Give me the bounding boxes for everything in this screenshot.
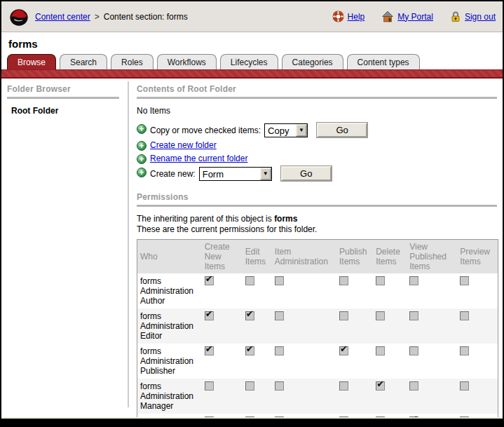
permission-cell [407,273,457,309]
breadcrumb: Content center > Content section: forms [35,12,188,22]
checkbox-unchecked-icon [339,381,348,391]
folder-browser-panel: Folder Browser Root Folder [1,79,126,116]
checkbox-unchecked-icon [275,346,284,355]
permissions-heading: Permissions [137,192,497,202]
checkbox-checked-icon [205,346,214,355]
permissions-section: Permissions The inheriting parent of thi… [137,192,497,427]
copy-move-select[interactable]: Copy ▼ [264,123,308,137]
permission-cell [243,309,272,344]
tab-search[interactable]: Search [60,54,107,69]
help-link[interactable]: Help [332,11,365,22]
permission-cell [243,273,272,309]
my-portal-link[interactable]: My Portal [381,11,433,22]
permission-row-who: forms Administration Author [137,273,202,309]
house-icon [381,11,394,22]
column-header: Preview Items [457,240,498,274]
rename-current-folder-link[interactable]: Rename the current folder [150,154,247,163]
permission-cell [407,379,457,414]
permission-cell [336,379,373,414]
create-folder-row: + Create new folder [137,140,497,151]
inherit-parent-name: forms [274,214,297,224]
redhat-shadowman-logo-icon [8,6,29,27]
column-header: Publish Items [336,240,373,274]
no-items-text: No Items [137,106,497,116]
permission-row: forms Administration Publisher [137,344,498,379]
tab-browse[interactable]: Browse [7,54,56,69]
permission-cell [243,379,272,414]
inherit-parent-prefix: The inheriting parent of this object is [137,214,272,224]
sign-out-link[interactable]: Sign out [450,11,496,22]
permission-cell [457,309,498,344]
plus-icon: + [137,124,147,134]
permission-cell [272,344,336,379]
copy-move-select-value: Copy [265,124,293,137]
checkbox-checked-icon [245,346,254,355]
copy-move-label: Copy or move checked items: [150,126,261,135]
plus-icon: + [137,168,147,177]
tab-bar: BrowseSearchRolesWorkflowsLifecyclesCate… [7,54,503,69]
column-header: Edit Items [243,240,272,274]
column-header: Item Administration [272,240,336,274]
permission-cell [336,273,373,309]
copy-move-row: + Copy or move checked items: Copy ▼ Go [137,123,497,137]
checkbox-unchecked-icon [339,276,348,285]
plus-icon: + [137,141,147,151]
checkbox-unchecked-icon [376,276,385,285]
contents-panel: Contents of Root Folder No Items + Copy … [137,79,497,427]
checkbox-unchecked-icon [409,346,418,355]
checkbox-unchecked-icon [460,346,469,355]
checkbox-unchecked-icon [460,311,469,320]
permission-row-who: forms Administration Publisher [137,344,202,379]
contents-rule [137,97,497,99]
top-bar: Content center > Content section: forms … [1,1,503,32]
checkbox-checked-icon [376,381,385,391]
permission-row-who: forms Administration Editor [137,309,202,344]
permission-cell [373,309,407,344]
tab-content-types[interactable]: Content types [347,54,420,69]
permission-cell [457,344,498,379]
permission-row-who: forms Administration Manager [137,379,202,414]
copy-move-go-button[interactable]: Go [317,123,367,137]
permission-cell [407,309,457,344]
tab-categories[interactable]: Categories [282,54,343,69]
chevron-down-icon: ▼ [260,168,271,180]
permission-cell [202,309,243,344]
checkbox-unchecked-icon [376,346,385,355]
checkbox-unchecked-icon [245,276,254,285]
folder-browser-heading: Folder Browser [7,84,119,94]
create-new-go-button[interactable]: Go [281,166,332,181]
page: Content center > Content section: forms … [0,0,504,427]
tab-lifecycles[interactable]: Lifecycles [220,54,278,69]
permission-cell [272,309,336,344]
rename-folder-row: + Rename the current folder [137,153,497,164]
chevron-down-icon: ▼ [296,124,307,137]
panel-divider [128,81,129,407]
tab-roles[interactable]: Roles [111,54,154,69]
create-new-select[interactable]: Form ▼ [199,167,272,181]
breadcrumb-content-center-link[interactable]: Content center [35,12,90,22]
permission-cell [457,273,498,309]
checkbox-unchecked-icon [245,381,254,391]
checkbox-checked-icon [205,276,214,285]
tab-workflows[interactable]: Workflows [157,54,217,69]
breadcrumb-current: Content section: forms [104,12,188,22]
help-link-label: Help [348,12,365,22]
footer-bar [1,417,503,426]
permission-cell [202,379,243,414]
checkbox-unchecked-icon [376,311,385,320]
sidebar-item-root-folder[interactable]: Root Folder [11,106,119,116]
checkbox-unchecked-icon [205,381,214,391]
permission-cell [272,379,336,414]
permission-cell [202,344,243,379]
my-portal-link-label: My Portal [397,12,433,22]
permission-cell [336,309,373,344]
checkbox-unchecked-icon [275,381,284,391]
checkbox-unchecked-icon [275,311,284,320]
permission-cell [373,273,407,309]
contents-heading: Contents of Root Folder [137,84,497,94]
permission-row: forms Administration Author [137,273,498,309]
plus-icon: + [137,154,147,164]
page-title: forms [8,38,38,50]
red-stripe-bar [1,69,503,79]
create-new-folder-link[interactable]: Create new folder [150,140,217,150]
